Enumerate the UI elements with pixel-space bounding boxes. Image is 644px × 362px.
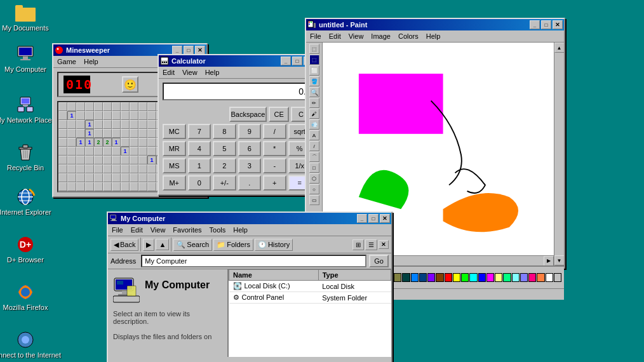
calc-maximize[interactable]: □ — [292, 57, 302, 65]
ms-cell[interactable] — [121, 164, 130, 173]
color-swatch[interactable] — [453, 273, 460, 282]
ms-cell[interactable] — [67, 120, 76, 129]
paint-tool-rect[interactable]: □ — [309, 163, 319, 173]
ms-cell[interactable] — [147, 111, 156, 120]
forward-button[interactable]: ▶ — [143, 239, 154, 251]
paint-tool-select2[interactable]: ⬚ — [309, 55, 319, 65]
ms-cell[interactable] — [58, 156, 67, 164]
ms-cell[interactable]: 1 — [121, 147, 130, 156]
calc-4[interactable]: 4 — [188, 141, 211, 156]
ms-cell[interactable] — [147, 120, 156, 129]
ms-cell[interactable] — [58, 111, 67, 120]
paint-titlebar[interactable]: untitled - Paint _ □ ✕ — [306, 19, 564, 30]
ms-cell[interactable] — [121, 120, 130, 129]
table-row[interactable]: 💽Local Disk (C:)Local Disk — [229, 281, 391, 292]
mycomp-menu-edit[interactable]: Edit — [127, 225, 147, 234]
paint-vscrollbar[interactable]: ▲ ▼ — [554, 43, 564, 265]
ms-cell[interactable] — [67, 173, 76, 182]
mycomputer-titlebar[interactable]: My Computer _ □ ✕ — [108, 213, 391, 224]
ms-cell[interactable] — [138, 182, 147, 191]
color-swatch[interactable] — [445, 273, 452, 282]
paint-tool-line[interactable]: / — [309, 141, 319, 151]
ms-cell[interactable] — [147, 173, 156, 182]
mycomp-menu-file[interactable]: File — [108, 225, 127, 234]
ms-cell[interactable] — [112, 111, 121, 120]
paint-tool-brush[interactable]: 🖌 — [309, 109, 319, 119]
paint-tool-curve[interactable]: ⌒ — [309, 152, 319, 162]
ms-cell[interactable] — [112, 156, 121, 164]
search-button[interactable]: 🔍 Search — [173, 239, 212, 251]
ms-cell[interactable] — [121, 156, 130, 164]
ms-cell[interactable] — [94, 111, 103, 120]
calc-7[interactable]: 7 — [188, 124, 211, 139]
desktop-icon-my-documents[interactable]: My Documents — [3, 0, 48, 34]
ms-cell[interactable] — [112, 182, 121, 191]
ms-cell[interactable] — [76, 120, 85, 129]
ms-cell[interactable] — [67, 129, 76, 138]
paint-menu-file[interactable]: File — [306, 32, 325, 41]
paint-tool-fill[interactable]: 🪣 — [309, 76, 319, 86]
vscroll-down[interactable]: ▼ — [554, 255, 565, 265]
calc-menu-edit[interactable]: Edit — [159, 68, 178, 77]
color-swatch[interactable] — [402, 273, 410, 282]
ms-cell[interactable] — [147, 129, 156, 138]
calculator-titlebar[interactable]: Calculator _ □ ✕ — [159, 55, 315, 67]
color-swatch[interactable] — [436, 273, 443, 282]
ms-cell[interactable] — [112, 129, 121, 138]
ms-cell[interactable] — [94, 156, 103, 164]
calc-2[interactable]: 2 — [213, 158, 236, 173]
calc-9[interactable]: 9 — [238, 124, 262, 139]
color-swatch[interactable] — [427, 273, 435, 282]
calc-8[interactable]: 8 — [213, 124, 236, 139]
ms-cell[interactable] — [138, 147, 147, 156]
ms-cell[interactable] — [130, 156, 138, 164]
mycomp-menu-help[interactable]: Help — [229, 225, 252, 234]
mycomp-close[interactable]: ✕ — [380, 214, 390, 223]
ms-cell[interactable]: 1 — [76, 138, 85, 147]
paint-close[interactable]: ✕ — [553, 20, 563, 29]
ms-cell[interactable]: 2 — [103, 138, 112, 147]
paint-maximize[interactable]: □ — [541, 20, 551, 29]
color-swatch[interactable] — [461, 273, 469, 282]
ms-cell[interactable] — [121, 111, 130, 120]
calc-6[interactable]: 6 — [238, 141, 262, 156]
paint-menu-image[interactable]: Image — [367, 32, 394, 41]
menu-help[interactable]: Help — [80, 57, 102, 66]
color-swatch[interactable] — [512, 273, 520, 282]
ms-cell[interactable] — [58, 164, 67, 173]
ms-cell[interactable] — [58, 138, 67, 147]
calc-mul[interactable]: * — [263, 141, 286, 156]
paint-tool-select[interactable]: ⬚ — [309, 44, 319, 54]
ms-cell[interactable] — [138, 102, 147, 111]
ms-cell[interactable] — [138, 164, 147, 173]
ms-cell[interactable] — [103, 156, 112, 164]
ms-cell[interactable] — [85, 147, 94, 156]
ms-cell[interactable] — [94, 102, 103, 111]
color-swatch[interactable] — [495, 273, 502, 282]
ms-cell[interactable] — [147, 102, 156, 111]
ms-cell[interactable] — [85, 182, 94, 191]
paint-menu-help[interactable]: Help — [422, 32, 445, 41]
ms-cell[interactable] — [67, 182, 76, 191]
ms-cell[interactable] — [67, 147, 76, 156]
ms-cell[interactable] — [112, 164, 121, 173]
ms-cell[interactable] — [138, 111, 147, 120]
ms-cell[interactable] — [67, 164, 76, 173]
ms-cell[interactable] — [130, 111, 138, 120]
ms-cell[interactable] — [85, 156, 94, 164]
ms-cell[interactable] — [85, 102, 94, 111]
calc-dot[interactable]: . — [238, 175, 262, 191]
mycomp-maximize[interactable]: □ — [368, 214, 379, 223]
ms-cell[interactable] — [103, 173, 112, 182]
ms-cell[interactable] — [94, 182, 103, 191]
color-swatch[interactable] — [546, 273, 553, 282]
history-button[interactable]: 🕐 History — [255, 239, 293, 251]
ms-cell[interactable]: 1 — [112, 138, 121, 147]
view-button[interactable]: ⊞ — [352, 239, 364, 250]
calc-ce[interactable]: CE — [269, 107, 289, 122]
ms-cell[interactable] — [130, 147, 138, 156]
ms-cell[interactable] — [130, 138, 138, 147]
ms-cell[interactable] — [103, 120, 112, 129]
ms-cell[interactable] — [147, 164, 156, 173]
address-input[interactable]: My Computer — [141, 255, 366, 267]
